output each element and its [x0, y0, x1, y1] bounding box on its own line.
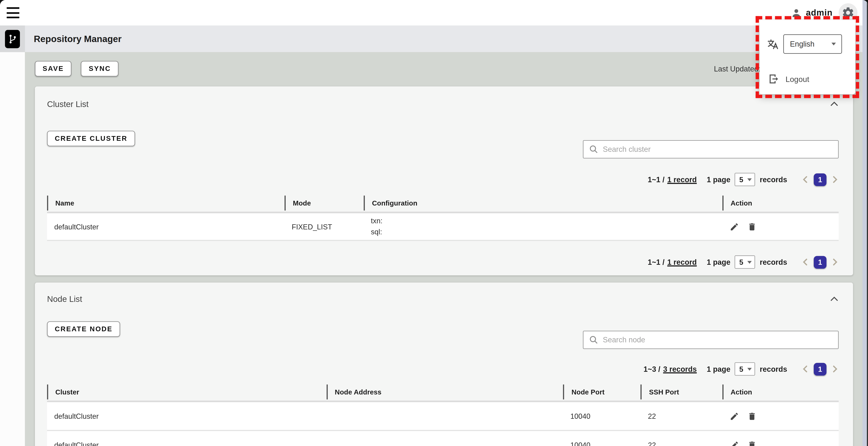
node-table-row: defaultCluster 10040 22 — [47, 431, 839, 446]
records-count-link[interactable]: 1 record — [668, 175, 697, 184]
trash-icon[interactable] — [747, 222, 757, 231]
create-cluster-button[interactable]: CREATE CLUSTER — [47, 131, 135, 146]
chevron-down-icon — [748, 261, 752, 263]
logout-label: Logout — [785, 75, 809, 83]
last-updated-label: Last Updated: 2 — [714, 65, 767, 73]
current-page-badge[interactable]: 1 — [814, 256, 827, 268]
appbar-rail — [0, 26, 25, 52]
search-icon — [589, 335, 598, 345]
chevron-down-icon — [748, 367, 752, 370]
page-title: Repository Manager — [34, 34, 122, 44]
content: SAVE SYNC Last Updated: 2 Cluster List C… — [0, 52, 868, 446]
chevron-left-icon[interactable] — [802, 175, 809, 184]
page-size-select[interactable]: 5 — [735, 362, 755, 376]
current-page-badge[interactable]: 1 — [814, 363, 827, 376]
cluster-list-card: Cluster List CREATE CLUSTER 1~1 — [35, 87, 853, 275]
cluster-search-box — [583, 140, 839, 158]
user-name-label: admin — [806, 8, 833, 18]
chevron-down-icon — [832, 43, 836, 46]
main-area: SAVE SYNC Last Updated: 2 Cluster List C… — [25, 52, 868, 446]
sidebar-rail — [0, 52, 25, 446]
translate-icon — [767, 38, 779, 50]
chevron-up-icon[interactable] — [830, 100, 839, 107]
cluster-table-row: defaultCluster FIXED_LIST txn: sql: — [47, 213, 839, 241]
action-cell — [722, 402, 839, 430]
logout-button[interactable]: Logout — [768, 73, 809, 85]
chevron-right-icon[interactable] — [832, 364, 839, 373]
action-cell — [722, 213, 839, 240]
search-icon — [589, 145, 598, 154]
node-card-header: Node List — [47, 283, 839, 305]
page-size-select[interactable]: 5 — [735, 173, 755, 186]
hamburger-menu-icon[interactable] — [7, 7, 20, 18]
save-button[interactable]: SAVE — [35, 61, 72, 77]
chevron-right-icon[interactable] — [832, 258, 839, 267]
action-cell — [722, 431, 839, 446]
page-toolbar: SAVE SYNC Last Updated: 2 — [35, 59, 853, 78]
create-node-button[interactable]: CREATE NODE — [47, 321, 120, 337]
pencil-icon[interactable] — [730, 222, 739, 231]
page-size-select[interactable]: 5 — [735, 256, 755, 269]
cluster-search-input[interactable] — [603, 145, 833, 153]
node-pagination: 1~3 / 3 records 1 page 5 records 1 — [47, 362, 839, 376]
cluster-pagination-top: 1~1 / 1 record 1 page 5 records 1 — [47, 173, 839, 186]
pencil-icon[interactable] — [730, 440, 739, 446]
current-page-badge[interactable]: 1 — [814, 173, 827, 186]
node-list-card: Node List CREATE NODE 1~3 / — [35, 283, 853, 446]
records-count-link[interactable]: 1 record — [668, 258, 697, 266]
cluster-table-header: Name Mode Configuration Action — [47, 196, 839, 211]
cluster-card-header: Cluster List — [47, 87, 839, 110]
pencil-icon[interactable] — [730, 412, 739, 421]
chevron-up-icon[interactable] — [830, 296, 839, 302]
cluster-list-title: Cluster List — [47, 99, 89, 109]
settings-button[interactable] — [839, 3, 857, 22]
vertical-scrollbar[interactable] — [863, 0, 868, 446]
cluster-pagination-bottom: 1~1 / 1 record 1 page 5 records 1 — [47, 256, 839, 269]
cluster-card-toolbar: CREATE CLUSTER — [47, 131, 839, 158]
node-table-row: defaultCluster 10040 22 — [47, 402, 839, 431]
page: admin Repository Manager — [0, 0, 868, 446]
chevron-left-icon[interactable] — [802, 364, 809, 373]
records-count-link[interactable]: 3 records — [663, 365, 697, 373]
topbar: admin — [0, 0, 868, 26]
settings-dropdown: English Logout — [760, 20, 855, 94]
trash-icon[interactable] — [747, 440, 757, 446]
table-divider — [47, 212, 839, 213]
language-row: English — [767, 34, 842, 54]
viewport: admin Repository Manager — [0, 0, 868, 446]
person-icon — [791, 7, 802, 18]
node-list-title: Node List — [47, 294, 82, 303]
appbar-main: Repository Manager — [25, 26, 868, 52]
chevron-left-icon[interactable] — [802, 258, 809, 267]
logout-icon — [768, 73, 779, 85]
configuration-cell: txn: sql: — [364, 213, 722, 240]
gear-icon — [841, 6, 855, 19]
node-card-toolbar: CREATE NODE — [47, 321, 839, 349]
appbar: Repository Manager — [0, 26, 868, 52]
node-table-header: Cluster Node Address Node Port SSH Port … — [47, 384, 839, 399]
node-search-box — [583, 331, 839, 349]
sync-button[interactable]: SYNC — [81, 61, 119, 77]
chevron-right-icon[interactable] — [832, 175, 839, 184]
chevron-down-icon — [748, 178, 752, 181]
git-branch-icon[interactable] — [5, 30, 20, 48]
trash-icon[interactable] — [747, 412, 757, 421]
language-select[interactable]: English — [783, 34, 842, 54]
node-search-input[interactable] — [603, 336, 833, 344]
table-divider — [47, 400, 839, 402]
